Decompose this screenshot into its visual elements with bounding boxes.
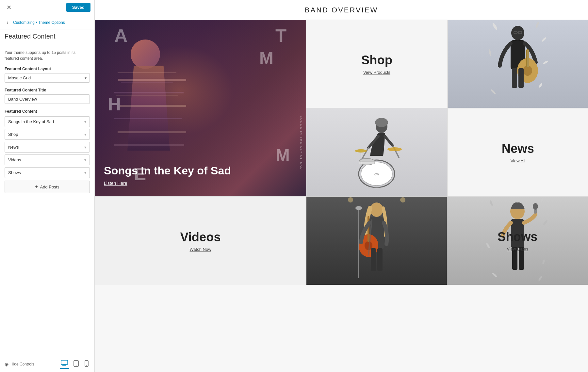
- svg-point-56: [355, 206, 362, 210]
- svg-rect-42: [512, 68, 517, 88]
- sidebar-bottom: ◉ Hide Controls: [0, 356, 94, 372]
- device-icons: [60, 360, 90, 369]
- svg-point-67: [533, 203, 538, 210]
- svg-point-25: [541, 37, 547, 42]
- svg-rect-43: [518, 68, 524, 88]
- svg-point-23: [492, 23, 498, 31]
- svg-point-18: [387, 147, 402, 151]
- featured-content-group: Featured Content Songs In the Key of Sad…: [5, 109, 90, 193]
- svg-point-63: [538, 275, 543, 281]
- svg-point-4: [76, 365, 76, 366]
- close-button[interactable]: ✕: [4, 3, 14, 12]
- shows-link[interactable]: View Dates: [507, 247, 529, 251]
- svg-rect-17: [359, 161, 375, 164]
- svg-rect-2: [62, 365, 66, 366]
- tablet-icon[interactable]: [72, 360, 80, 369]
- videos-link[interactable]: Watch Now: [190, 247, 211, 252]
- content-item-songs-label: Songs In the Key of Sad: [8, 119, 54, 124]
- layout-select-wrapper: Mosaic Grid: [5, 73, 90, 83]
- add-posts-button[interactable]: + Add Posts: [5, 181, 90, 193]
- sidebar-description: Your theme supports up to 15 posts in it…: [5, 50, 90, 61]
- sidebar: ✕ Saved ‹ Customizing • Theme Options Fe…: [0, 0, 95, 372]
- drummer-cell: dw: [306, 108, 447, 196]
- svg-point-59: [543, 219, 548, 226]
- featured-link[interactable]: Listen Here: [104, 181, 297, 186]
- svg-line-10: [385, 136, 393, 146]
- add-posts-label: Add Posts: [40, 185, 59, 189]
- svg-rect-1: [63, 364, 66, 365]
- shop-title: Shop: [361, 53, 392, 67]
- content-item-shop-label: Shop: [8, 132, 18, 137]
- svg-line-21: [370, 187, 377, 187]
- title-field-group: Featured Content Title: [5, 88, 90, 104]
- layout-field-group: Featured Content Layout Mosaic Grid: [5, 67, 90, 83]
- sidebar-nav: ‹ Customizing • Theme Options: [0, 15, 94, 29]
- breadcrumb: Customizing • Theme Options: [13, 20, 65, 25]
- content-item-shop[interactable]: Shop ▾: [5, 129, 90, 140]
- news-title: News: [502, 142, 534, 156]
- content-item-videos-label: Videos: [8, 157, 21, 162]
- svg-point-28: [490, 89, 496, 95]
- svg-text:dw: dw: [374, 172, 379, 176]
- content-item-news-label: News: [8, 145, 19, 150]
- svg-rect-54: [377, 248, 383, 271]
- desktop-icon[interactable]: [60, 360, 69, 369]
- featured-content-label: Featured Content: [5, 109, 90, 114]
- back-button[interactable]: ‹: [5, 18, 10, 26]
- content-item-songs[interactable]: Songs In the Key of Sad ▾: [5, 116, 90, 127]
- page-title: BAND OVERVIEW: [95, 0, 588, 20]
- videos-title: Videos: [180, 230, 221, 244]
- svg-point-6: [86, 365, 87, 366]
- guitar-player-cell: [306, 197, 447, 285]
- svg-point-46: [370, 202, 383, 217]
- svg-point-26: [488, 49, 492, 57]
- eye-icon: ◉: [5, 362, 8, 367]
- chevron-down-icon-news: ▾: [84, 145, 86, 150]
- title-field-input[interactable]: [5, 94, 90, 104]
- content-item-videos[interactable]: Videos ▾: [5, 154, 90, 165]
- news-cell: News View All: [448, 108, 588, 196]
- chevron-down-icon-shows: ▾: [84, 170, 86, 175]
- featured-cell: A T M H M E: [95, 20, 306, 196]
- featured-title: Songs In the Key of Sad: [104, 165, 297, 177]
- guitarist-svg: [485, 20, 550, 108]
- breadcrumb-sep: •: [36, 20, 37, 25]
- hide-controls-label: Hide Controls: [10, 362, 34, 366]
- content-item-shows-label: Shows: [8, 170, 21, 175]
- guitarist-figure: [448, 20, 588, 108]
- chevron-down-icon-shop: ▾: [84, 132, 86, 137]
- content-item-shows[interactable]: Shows ▾: [5, 167, 90, 178]
- main-content: BAND OVERVIEW A T M H M E: [95, 0, 588, 372]
- plus-icon: +: [35, 184, 38, 190]
- sidebar-top-bar: ✕ Saved: [0, 0, 94, 15]
- breadcrumb-theme-options[interactable]: Theme Options: [38, 20, 65, 25]
- svg-point-27: [539, 83, 543, 88]
- drum-scene: dw: [306, 108, 447, 197]
- content-item-news[interactable]: News ▾: [5, 142, 90, 153]
- guitar-player-svg: [341, 197, 413, 282]
- breadcrumb-customizing[interactable]: Customizing: [13, 20, 35, 25]
- saved-button[interactable]: Saved: [66, 3, 90, 12]
- shows-cell: Shows View Dates: [447, 197, 588, 285]
- svg-rect-0: [61, 360, 68, 364]
- svg-point-24: [535, 22, 539, 28]
- news-link[interactable]: View All: [511, 158, 525, 163]
- shop-cell: Shop View Products: [306, 20, 447, 108]
- svg-point-30: [511, 26, 524, 40]
- shows-title: Shows: [498, 230, 537, 244]
- svg-point-8: [375, 118, 388, 127]
- svg-point-57: [489, 200, 493, 206]
- guitar-scene: [306, 197, 447, 285]
- svg-point-58: [540, 197, 544, 202]
- hide-controls-button[interactable]: ◉ Hide Controls: [5, 362, 34, 367]
- guitarist-cell: [448, 20, 588, 108]
- chevron-down-icon-songs: ▾: [84, 120, 86, 124]
- title-field-label: Featured Content Title: [5, 88, 90, 92]
- shop-link[interactable]: View Products: [363, 70, 390, 75]
- svg-point-44: [348, 197, 353, 202]
- layout-select[interactable]: Mosaic Grid: [5, 73, 90, 83]
- sidebar-body: Your theme supports up to 15 posts in it…: [0, 45, 94, 356]
- section-title: Featured Content: [0, 29, 94, 45]
- layout-label: Featured Content Layout: [5, 67, 90, 71]
- mobile-icon[interactable]: [83, 360, 90, 369]
